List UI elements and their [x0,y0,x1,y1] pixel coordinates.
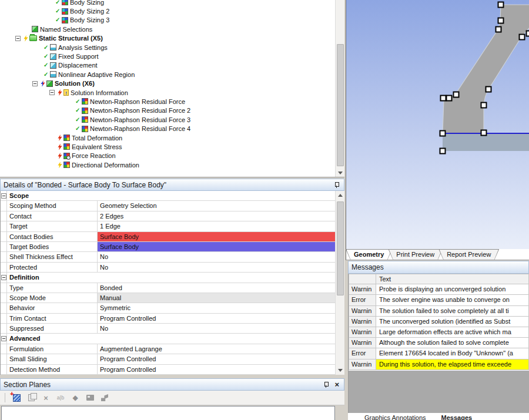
message-row[interactable]: Warnin Although the solution failed to s… [349,338,529,348]
tree-item-total-deformation[interactable]: Total Deformation [0,133,334,142]
bottom-tab-bar: Graphics Annotations Messages [348,413,529,420]
tree-item-named-selections[interactable]: Named Selections [0,25,334,33]
tree-scrollbar[interactable] [335,0,344,177]
details-caption-bar: Details of "Bonded - Surface Body To Sur… [0,179,344,191]
body-sizing-icon [62,17,68,23]
tree-item-body-sizing-2[interactable]: ✓ Body Sizing 2 [0,6,334,15]
check-icon: ✓ [75,107,81,113]
details-row[interactable]: Small Sliding Program Controlled [1,354,335,364]
messages-caption-bar: Messages [348,261,529,274]
details-row[interactable]: Formulation Augmented Lagrange [1,344,335,354]
tree-item-solution[interactable]: Solution (X6) [0,79,334,88]
message-row[interactable]: Warnin Large deformation effects are act… [349,327,529,338]
collapse-toggle-icon[interactable] [49,90,55,95]
details-row-contact-bodies[interactable]: Contact Bodies Surface Body [1,232,335,242]
messages-title: Messages [351,263,384,271]
fixed-support-icon [50,53,56,60]
lightning-icon [58,143,62,150]
collapse-toggle-icon[interactable] [1,193,6,199]
tree-item-force-reaction[interactable]: Force Reaction [0,152,334,160]
tree-item-directional-deformation[interactable]: Directional Deformation [0,160,334,169]
collapse-toggle-icon[interactable] [32,81,38,86]
check-icon: ✓ [75,126,81,132]
section-planes-list[interactable] [1,406,335,420]
scroll-up-icon[interactable] [336,191,345,200]
message-row[interactable]: Error The solver engine was unable to co… [349,295,529,305]
pin-icon[interactable] [334,182,339,188]
3d-viewport[interactable] [346,0,529,249]
details-group-row[interactable]: Scope [1,191,335,201]
result-icon [82,116,88,123]
details-row[interactable]: Protected No [1,263,335,273]
details-scrollbar[interactable] [335,191,344,375]
capped-view-icon[interactable] [85,394,95,402]
delete-section-plane-icon[interactable]: × [41,394,51,402]
check-icon: ✓ [55,8,61,14]
message-row[interactable]: Warnin Probe is displaying an unconverge… [349,284,529,295]
details-row[interactable]: Shell Thickness Effect No [1,252,335,262]
message-row[interactable]: Warnin The unconverged solution (identif… [349,317,529,327]
details-row[interactable]: Scoping Method Geometry Selection [1,201,335,211]
tree-item-fixed-support[interactable]: ✓ Fixed Support [0,52,334,61]
tab-messages[interactable]: Messages [441,414,473,420]
details-row[interactable]: Behavior Symmetric [1,303,335,313]
result-icon [63,135,70,141]
tree-item-static-structural[interactable]: Static Structural (X5) [0,34,334,43]
messages-header-row: Text [349,274,529,284]
scroll-down-icon[interactable] [336,366,345,375]
tree-item-nr-residual-force-4[interactable]: ✓ Newton-Raphson Residual Force 4 [0,124,334,133]
check-icon: ✓ [43,53,49,59]
details-group-row[interactable]: Advanced [1,334,335,344]
details-row[interactable]: Detection Method Program Controlled [1,365,335,375]
analysis-settings-icon [50,44,56,51]
tree-item-nr-residual-force-2[interactable]: ✓ Newton-Raphson Residual Force 2 [0,106,334,115]
tree-scrollbar-thumb[interactable] [337,44,344,166]
details-grid: Scope Scoping Method Geometry Selection … [0,191,335,375]
details-row[interactable]: Target 1 Edge [1,221,335,231]
tab-report-preview[interactable]: Report Preview [438,249,499,260]
collapse-toggle-icon[interactable] [1,275,6,280]
details-row[interactable]: Scope Mode Manual [1,293,335,303]
close-icon[interactable]: × [334,382,339,388]
new-section-plane-icon[interactable] [12,394,21,402]
message-row[interactable]: Warnin The solution failed to solve comp… [349,306,529,317]
details-row-target-bodies[interactable]: Target Bodies Surface Body [1,242,335,252]
tree-item-solution-information[interactable]: ! Solution Information [0,88,334,97]
tree-item-nonlinear-adaptive-region[interactable]: ✓ Nonlinear Adaptive Region [0,70,334,79]
tree-item-displacement[interactable]: ✓ Displacement [0,61,334,70]
tree-item-equivalent-stress[interactable]: Equivalent Stress [0,142,334,151]
pin-icon[interactable] [324,382,329,388]
copy-section-plane-icon[interactable] [26,394,36,402]
severity-column-header[interactable] [349,274,376,284]
text-column-header[interactable]: Text [376,274,529,284]
named-selections-icon [32,26,38,32]
tree-item-nr-residual-force[interactable]: ✓ Newton-Raphson Residual Force [0,97,334,106]
collapse-toggle-icon[interactable] [1,336,6,341]
outline-tree: ✓ Body Sizing ✓ Body Sizing 2 ✓ Body Siz… [0,0,344,177]
details-scrollbar-thumb[interactable] [337,201,344,295]
tree-item-body-sizing[interactable]: ✓ Body Sizing [0,0,334,6]
geometry-canvas [346,0,529,249]
details-row[interactable]: Suppressed No [1,324,335,334]
details-row[interactable]: Trim Contact Program Controlled [1,314,335,324]
tree-item-body-sizing-3[interactable]: ✓ Body Sizing 3 [0,16,334,25]
edit-section-plane-icon[interactable] [100,394,109,402]
displacement-icon [50,62,56,69]
show-whole-elements-icon[interactable]: ◆ [71,394,80,402]
tab-graphics-annotations[interactable]: Graphics Annotations [364,414,426,420]
check-icon: ✓ [55,17,61,23]
tree-item-analysis-settings[interactable]: ✓ Analysis Settings [0,43,334,52]
details-row[interactable]: Contact 2 Edges [1,211,335,221]
tab-print-preview[interactable]: Print Preview [388,249,443,260]
tree-item-nr-residual-force-3[interactable]: ✓ Newton-Raphson Residual Force 3 [0,115,334,124]
scroll-down-icon[interactable] [336,169,344,177]
section-planes-caption-bar: Section Planes × [0,378,344,391]
lightning-icon [58,153,62,159]
details-row[interactable]: Type Bonded [1,283,335,293]
details-group-row[interactable]: Definition [1,273,335,283]
message-row-highlighted[interactable]: Warnin During this solution, the elapsed… [349,359,529,370]
message-row[interactable]: Error Element 176654 located in Body "Un… [349,348,529,359]
rename-section-plane-icon[interactable]: a|b [56,394,65,402]
collapse-toggle-icon[interactable] [15,36,21,41]
tab-geometry[interactable]: Geometry [346,249,392,260]
